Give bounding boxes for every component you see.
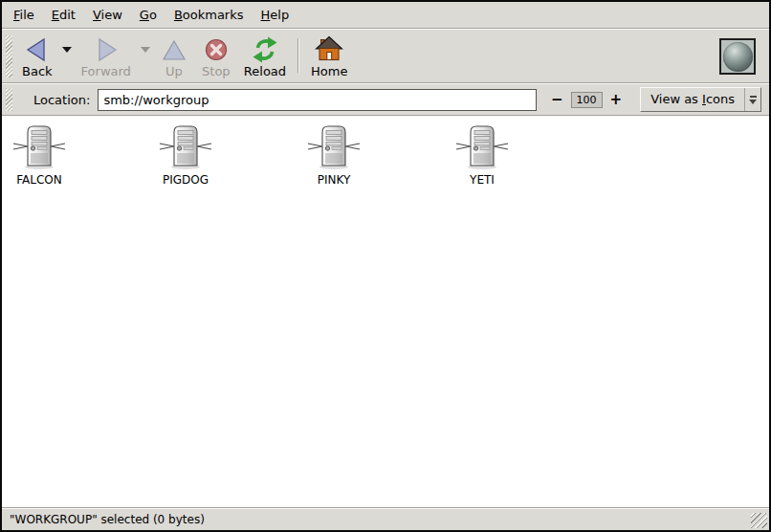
location-bar: Location: − 100 + View as Icons xyxy=(2,84,769,115)
location-label: Location: xyxy=(33,93,90,107)
home-icon xyxy=(315,35,343,64)
forward-history-dropdown[interactable] xyxy=(138,33,153,80)
server-item-label: PIGDOG xyxy=(163,173,209,187)
menu-file[interactable]: File xyxy=(5,3,43,27)
server-icon xyxy=(307,124,361,170)
toolbar-separator xyxy=(297,38,299,73)
reload-icon xyxy=(251,35,279,64)
stop-button[interactable]: Stop xyxy=(195,33,237,80)
server-item-falcon[interactable]: FALCON xyxy=(0,124,116,187)
server-item-label: PINKY xyxy=(318,173,351,187)
chevron-down-icon xyxy=(141,47,150,53)
server-item-label: YETI xyxy=(470,173,495,187)
status-text: "WORKGROUP" selected (0 bytes) xyxy=(10,513,205,526)
menu-view[interactable]: View xyxy=(84,3,131,27)
menu-edit[interactable]: Edit xyxy=(43,3,84,27)
server-item-pigdog[interactable]: PIGDOG xyxy=(109,124,262,187)
chevron-down-icon xyxy=(62,47,72,53)
locationbar-drag-handle[interactable] xyxy=(6,88,12,111)
server-icon xyxy=(159,124,212,170)
home-button[interactable]: Home xyxy=(304,33,354,80)
reload-button[interactable]: Reload xyxy=(237,33,293,80)
back-icon xyxy=(23,35,52,64)
back-button[interactable]: Back xyxy=(15,33,59,80)
view-as-dropdown[interactable]: View as Icons xyxy=(640,87,761,112)
zoom-level-indicator: 100 xyxy=(571,92,603,108)
menu-bookmarks[interactable]: Bookmarks xyxy=(165,3,253,27)
status-bar: "WORKGROUP" selected (0 bytes) xyxy=(2,507,769,530)
back-history-dropdown[interactable] xyxy=(59,33,75,80)
forward-button[interactable]: Forward xyxy=(75,33,138,80)
zoom-out-button[interactable]: − xyxy=(546,91,568,108)
server-item-label: FALCON xyxy=(16,173,62,187)
server-icon xyxy=(12,124,66,170)
icon-view: FALCON PIGDOG PINKY YETI xyxy=(2,115,769,507)
globe-throbber-icon xyxy=(723,42,753,72)
throbber xyxy=(719,38,756,75)
server-icon xyxy=(455,124,509,170)
server-item-pinky[interactable]: PINKY xyxy=(257,124,410,187)
menu-go[interactable]: Go xyxy=(131,3,165,27)
forward-icon xyxy=(92,35,121,64)
server-item-yeti[interactable]: YETI xyxy=(406,124,559,187)
resize-grip[interactable] xyxy=(751,513,767,528)
file-manager-window: File Edit View Go Bookmarks Help Back Fo… xyxy=(0,0,771,532)
toolbar: Back Forward Up Stop xyxy=(2,30,769,82)
up-icon xyxy=(160,35,188,64)
stop-icon xyxy=(202,35,231,64)
toolbar-drag-handle[interactable] xyxy=(6,35,12,78)
dropdown-arrow-icon xyxy=(744,88,760,111)
zoom-in-button[interactable]: + xyxy=(606,91,628,108)
menu-help[interactable]: Help xyxy=(253,3,298,27)
location-input[interactable] xyxy=(98,89,537,111)
up-button[interactable]: Up xyxy=(153,33,195,80)
menu-bar: File Edit View Go Bookmarks Help xyxy=(2,2,769,28)
